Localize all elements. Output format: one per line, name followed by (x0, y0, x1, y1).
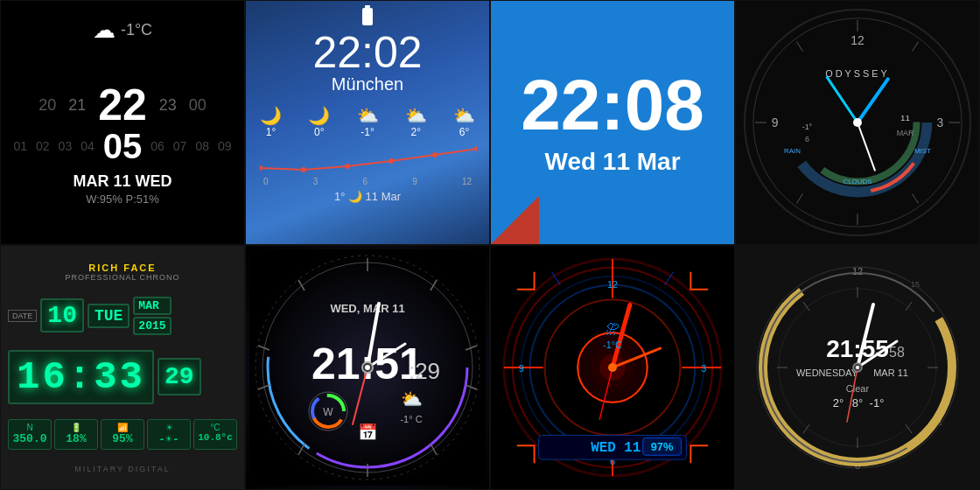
temperature-display: -1°C (121, 21, 152, 39)
svg-point-3 (388, 158, 394, 164)
status-sig: 📶95% (101, 419, 144, 450)
status-row: N350.0 🔋18% 📶95% ☀-☀- °C10.8°c (8, 419, 237, 450)
big-time-display: 22:08 (521, 69, 704, 141)
svg-text:58: 58 (889, 345, 905, 360)
svg-point-5 (474, 146, 477, 151)
svg-text:-1° C: -1° C (400, 414, 422, 424)
time-display: 16:33 (8, 350, 154, 404)
graph-numbers: 036912 (260, 177, 475, 186)
status-sun: ☀-☀- (147, 419, 191, 450)
cell-odyssey-watch: 12 3 9 RAIN CLOUDS MIST ODYSSEY 11 MAR -… (735, 0, 980, 245)
cell-analog-chrono: WED, MAR 11 21:51 :29 W ⛅ -1° C 📅 (245, 245, 490, 490)
weather-cloud-icon: ☁ (93, 17, 116, 44)
svg-point-30 (853, 118, 862, 127)
svg-text:MAR: MAR (897, 129, 914, 137)
svg-point-4 (432, 152, 438, 158)
date-row: DATE 10 TUE MAR 2015 (8, 297, 237, 335)
minute-scroll-row: 01 02 03 04 05 06 07 08 09 (13, 129, 231, 164)
cell-scifi-clock: 12 3 9 6 ⛈ -1°C WED 11 97% (490, 245, 735, 490)
odyssey-svg: 12 3 9 RAIN CLOUDS MIST ODYSSEY 11 MAR -… (736, 0, 979, 245)
forecast-city: München (260, 74, 475, 94)
brand-subtitle: PROFESSIONAL CHRONO (65, 273, 179, 282)
svg-text:21:55: 21:55 (826, 335, 889, 362)
svg-text:⛅: ⛅ (401, 388, 423, 410)
svg-text:9: 9 (519, 363, 524, 374)
chrono-svg: WED, MAR 11 21:51 :29 W ⛅ -1° C 📅 (249, 249, 486, 486)
hour-scroll-row: 20 21 22 23 00 (38, 83, 206, 127)
date-label: DATE (8, 310, 37, 322)
seconds-display: 29 (158, 358, 201, 396)
date-number: 10 (40, 298, 84, 332)
active-minute: 05 (103, 129, 143, 164)
svg-text:WED, MAR 11: WED, MAR 11 (330, 302, 404, 315)
svg-text:WED 11: WED 11 (591, 440, 640, 456)
svg-text:12: 12 (852, 266, 863, 276)
weather-percent: W:95% P:51% (86, 192, 159, 206)
cell-rich-face: RICH FACE PROFESSIONAL CHRONO DATE 10 TU… (0, 245, 245, 490)
svg-text:97%: 97% (651, 440, 674, 453)
svg-text:-1°: -1° (802, 122, 813, 131)
svg-text:MAR 11: MAR 11 (873, 368, 908, 378)
svg-text:CLOUDS: CLOUDS (843, 178, 872, 186)
cell-scrolling-clock: ☁ -1°C 20 21 22 23 00 01 02 03 04 05 06 … (0, 0, 245, 245)
svg-text:RAIN: RAIN (784, 147, 801, 155)
day-display: TUE (88, 304, 130, 328)
clean-analog-svg: 12 3 6 9 15 21 (744, 254, 971, 481)
svg-point-1 (301, 167, 306, 172)
date-display: MAR 11 WED (73, 172, 172, 191)
svg-text:ODYSSEY: ODYSSEY (825, 68, 890, 79)
svg-text:6: 6 (805, 135, 809, 144)
cell-weather-forecast: 22:02 München 🌙1° 🌙0° ⛅-1° ⛅2° ⛅6° 03691… (245, 0, 490, 245)
corner-triangle (491, 196, 539, 244)
forecast-time: 22:02 (260, 31, 475, 74)
svg-text:⛈: ⛈ (606, 322, 620, 337)
svg-text:MIST: MIST (914, 147, 931, 155)
svg-point-0 (260, 165, 262, 171)
status-bat: 🔋18% (54, 419, 98, 450)
year-display: 2015 (133, 317, 171, 335)
svg-text:2°: 2° (833, 396, 844, 410)
svg-text:-1°: -1° (870, 396, 885, 410)
military-label: MILITARY DIGITAL (74, 465, 170, 473)
month-display: MAR (133, 297, 171, 315)
svg-text:9: 9 (772, 116, 779, 130)
time-row: 16:33 29 (8, 350, 237, 404)
watch-face-grid: ☁ -1°C 20 21 22 23 00 01 02 03 04 05 06 … (0, 0, 980, 490)
status-temp: °C10.8°c (193, 419, 237, 450)
svg-point-96 (608, 363, 617, 372)
svg-text:12: 12 (607, 279, 618, 290)
svg-text:12: 12 (850, 33, 864, 47)
svg-point-2 (345, 164, 350, 169)
svg-point-66 (365, 365, 370, 370)
active-hour: 22 (98, 83, 147, 127)
status-n: N350.0 (8, 419, 52, 450)
svg-text:-1°C: -1°C (603, 340, 622, 350)
svg-text:WEDNESDAY: WEDNESDAY (796, 368, 858, 378)
svg-text:📅: 📅 (358, 423, 378, 442)
svg-text:Clear: Clear (846, 383, 870, 394)
battery-indicator (362, 8, 373, 25)
svg-text:3: 3 (701, 363, 706, 374)
brand-name: RICH FACE (65, 262, 179, 273)
forecast-date-bottom: 1° 🌙 11 Mar (260, 190, 475, 203)
cell-big-blue-clock: 22:08 Wed 11 Mar (490, 0, 735, 245)
svg-text:W: W (323, 406, 333, 418)
svg-text::29: :29 (409, 358, 440, 384)
svg-point-128 (856, 366, 859, 369)
scifi-svg: 12 3 9 6 ⛈ -1°C WED 11 97% (491, 245, 734, 490)
weather-graph (260, 142, 477, 177)
svg-text:11: 11 (900, 113, 911, 122)
svg-text:8°: 8° (852, 396, 863, 410)
big-date-display: Wed 11 Mar (544, 148, 680, 176)
svg-text:3: 3 (936, 116, 943, 130)
cell-clean-analog: 12 3 6 9 15 21 (735, 245, 980, 490)
forecast-icons-row: 🌙1° 🌙0° ⛅-1° ⛅2° ⛅6° (260, 105, 475, 138)
